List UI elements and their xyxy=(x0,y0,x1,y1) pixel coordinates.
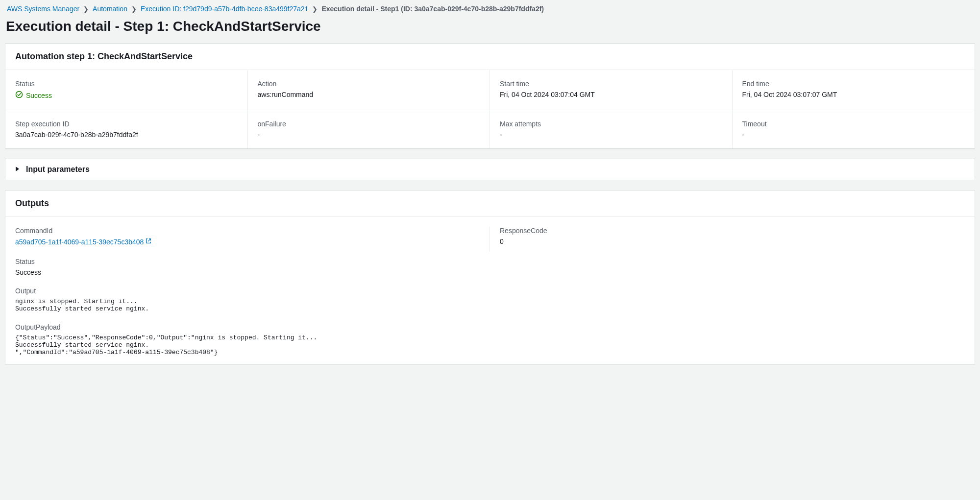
label-responsecode: ResponseCode xyxy=(500,227,955,235)
label-status: Status xyxy=(15,80,238,88)
label-commandid: CommandId xyxy=(15,227,480,235)
step-details-panel: Automation step 1: CheckAndStartService … xyxy=(5,43,975,149)
breadcrumb: AWS Systems Manager ❯ Automation ❯ Execu… xyxy=(5,4,975,16)
value-timeout: - xyxy=(742,131,965,139)
external-link-icon xyxy=(145,238,152,246)
label-step-execution-id: Step execution ID xyxy=(15,120,238,128)
check-circle-icon xyxy=(15,91,23,100)
commandid-link[interactable]: a59ad705-1a1f-4069-a115-39ec75c3b408 xyxy=(15,238,152,246)
value-max-attempts: - xyxy=(500,131,722,139)
outputs-title: Outputs xyxy=(15,198,965,209)
chevron-right-icon: ❯ xyxy=(83,5,89,13)
value-responsecode: 0 xyxy=(500,238,955,245)
chevron-right-icon: ❯ xyxy=(131,5,137,13)
label-start-time: Start time xyxy=(500,80,722,88)
chevron-right-icon: ❯ xyxy=(312,5,318,13)
breadcrumb-current: Execution detail - Step1 (ID: 3a0a7cab-0… xyxy=(321,5,544,13)
outputs-panel: Outputs CommandId a59ad705-1a1f-4069-a11… xyxy=(5,190,975,364)
label-action: Action xyxy=(258,80,480,88)
label-output-status: Status xyxy=(15,258,965,265)
value-output: nginx is stopped. Starting it... Success… xyxy=(15,298,965,312)
step-panel-title: Automation step 1: CheckAndStartService xyxy=(15,51,965,62)
status-value: Success xyxy=(26,92,52,99)
input-parameters-panel: Input parameters xyxy=(5,159,975,180)
input-parameters-title: Input parameters xyxy=(26,165,90,174)
value-output-status: Success xyxy=(15,268,965,276)
value-end-time: Fri, 04 Oct 2024 03:07:07 GMT xyxy=(742,91,965,98)
breadcrumb-link-automation[interactable]: Automation xyxy=(93,5,127,13)
value-output-payload: {"Status":"Success","ResponseCode":0,"Ou… xyxy=(15,334,965,356)
label-output-payload: OutputPayload xyxy=(15,323,965,331)
value-start-time: Fri, 04 Oct 2024 03:07:04 GMT xyxy=(500,91,722,98)
label-onfailure: onFailure xyxy=(258,120,480,128)
label-output: Output xyxy=(15,287,965,295)
breadcrumb-link-execution-id[interactable]: Execution ID: f29d79d9-a57b-4dfb-bcee-83… xyxy=(141,5,308,13)
expand-toggle[interactable] xyxy=(15,166,20,173)
status-badge: Success xyxy=(15,91,52,100)
label-max-attempts: Max attempts xyxy=(500,120,722,128)
commandid-value: a59ad705-1a1f-4069-a115-39ec75c3b408 xyxy=(15,238,144,246)
page-title: Execution detail - Step 1: CheckAndStart… xyxy=(5,16,975,43)
label-end-time: End time xyxy=(742,80,965,88)
caret-right-icon xyxy=(15,166,20,173)
value-onfailure: - xyxy=(258,131,480,139)
breadcrumb-link-systems-manager[interactable]: AWS Systems Manager xyxy=(7,5,79,13)
label-timeout: Timeout xyxy=(742,120,965,128)
value-action: aws:runCommand xyxy=(258,91,480,98)
value-step-execution-id: 3a0a7cab-029f-4c70-b28b-a29b7fddfa2f xyxy=(15,131,238,139)
